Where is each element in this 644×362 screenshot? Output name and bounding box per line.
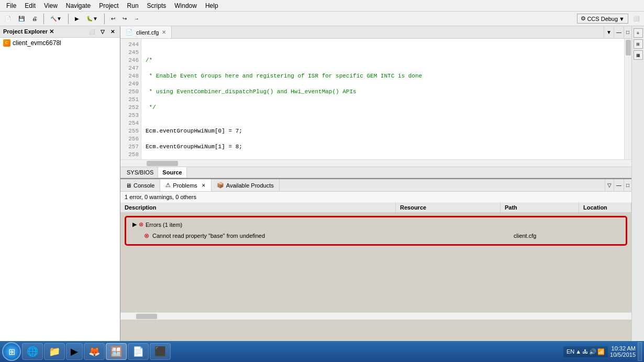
toolbar-sep-2 (68, 14, 69, 24)
code-content[interactable]: /* * Enable Event Groups here and regist… (141, 39, 624, 159)
bug-button[interactable]: 🐛▼ (84, 14, 101, 23)
code-line-245: /* (146, 57, 620, 64)
taskbar-ie[interactable]: 🌐 (22, 343, 43, 360)
clock[interactable]: 10:32 AM 10/5/2015 (610, 345, 636, 358)
view-menu-btn[interactable]: ▽ (605, 179, 614, 191)
ccs-icon: ⚙ (581, 15, 586, 22)
save-button[interactable]: 💾 (16, 14, 27, 23)
source-tab[interactable]: Source (158, 167, 186, 178)
taskbar-firefox[interactable]: 🦊 (84, 343, 105, 360)
problems-highlight-box: ▶ ⊗ Errors (1 item) ⊗ Cannot read proper… (125, 216, 627, 246)
bottom-tab-bar: 🖥 Console ⚠ Problems ✕ 📦 Available Produ… (120, 179, 631, 192)
taskbar-pdf[interactable]: 📄 (128, 343, 149, 360)
menu-scripts[interactable]: Scripts (143, 1, 171, 10)
error-group-header[interactable]: ▶ ⊗ Errors (1 item) (128, 220, 624, 229)
problems-tab[interactable]: ⚠ Problems ✕ (160, 179, 211, 191)
editor-tab-file-icon: 📄 (126, 29, 133, 36)
toolbar-sep-3 (104, 14, 105, 24)
panel-title-icons: ⬜ ▽ ✕ (86, 28, 117, 36)
toolbar-right: ⚙ CCS Debug ▼ ⬜ (577, 14, 642, 24)
taskbar-explorer[interactable]: 📁 (44, 343, 65, 360)
console-tab[interactable]: 🖥 Console (120, 179, 160, 191)
debug-button[interactable]: ▶ (72, 14, 82, 23)
sysbios-tab[interactable]: SYS/BIOS (123, 167, 158, 178)
console-tab-label: Console (134, 182, 154, 189)
menu-help[interactable]: Help (201, 1, 223, 10)
undo-button[interactable]: ↩ (108, 14, 118, 23)
problems-body: ▶ ⊗ Errors (1 item) ⊗ Cannot read proper… (120, 213, 631, 312)
toolbar: 📄 💾 🖨 🔨▼ ▶ 🐛▼ ↩ ↪ → ⚙ CCS Debug ▼ ⬜ (0, 12, 644, 26)
taskbar: ⊞ 🌐 📁 ▶ 🦊 🪟 📄 ⬛ EN ▲ 🖧 🔊 📶 10:32 AM 10/5… (0, 341, 644, 362)
code-line-252: Ecm.eventGroupHwiNum[2] = 9; (146, 159, 620, 159)
menu-bar: File Edit View Navigate Project Run Scri… (0, 0, 644, 12)
show-desktop-btn[interactable] (638, 342, 642, 361)
maximize-editor-btn[interactable]: □ (624, 26, 631, 38)
menu-edit[interactable]: Edit (20, 1, 40, 10)
menu-file[interactable]: File (2, 1, 20, 10)
taskbar-media[interactable]: ▶ (66, 343, 83, 360)
menu-project[interactable]: Project (95, 1, 123, 10)
horizontal-scrollbar[interactable] (120, 159, 631, 167)
error-item-0[interactable]: ⊗ Cannot read property "base" from undef… (128, 229, 624, 242)
menu-window[interactable]: Window (170, 1, 201, 10)
maximize-button[interactable]: ⬜ (630, 14, 642, 23)
maximize-panel-btn[interactable]: □ (624, 179, 631, 191)
editor-tab-cfg[interactable]: 📄 client.cfg ✕ (120, 26, 172, 38)
ccs-debug-button[interactable]: ⚙ CCS Debug ▼ (577, 14, 628, 24)
tab-right-btn[interactable]: ▼ (604, 26, 614, 38)
problems-close[interactable]: ✕ (202, 183, 206, 188)
collapse-btn[interactable]: ⬜ (86, 28, 97, 36)
right-sidebar: ≡ ⊞ ▦ (631, 26, 644, 352)
menu-navigate[interactable]: Navigate (62, 1, 95, 10)
signal-icon: 📶 (597, 348, 605, 355)
ie-icon: 🌐 (27, 346, 38, 357)
bottom-h-scrollbar-thumb[interactable] (136, 314, 157, 319)
h-scrollbar-thumb[interactable] (147, 161, 178, 166)
problems-panel: 1 error, 0 warnings, 0 others Descriptio… (120, 192, 631, 312)
sidebar-right-btn-3[interactable]: ▦ (634, 50, 643, 60)
line-numbers: 244 245 246 247 248 249 250 251 252 253 … (120, 39, 141, 159)
time-display: 10:32 AM (610, 345, 636, 352)
products-tab-label: Available Products (226, 182, 274, 189)
menu-view[interactable]: View (40, 1, 62, 10)
bottom-h-scrollbar[interactable] (120, 312, 631, 320)
error-item-icon: ⊗ (144, 232, 149, 239)
expand-icon: ▶ (132, 221, 137, 228)
print-button[interactable]: 🖨 (29, 14, 40, 23)
taskbar-app7[interactable]: ⬛ (150, 343, 171, 360)
date-display: 10/5/2015 (610, 352, 636, 358)
network-icon: 🖧 (582, 348, 588, 355)
bottom-right-buttons: ▽ — □ (605, 179, 631, 191)
taskbar-right: EN ▲ 🖧 🔊 📶 10:32 AM 10/5/2015 (563, 342, 642, 361)
sidebar-right-btn-1[interactable]: ≡ (634, 28, 643, 38)
problems-summary: 1 error, 0 warnings, 0 others (120, 192, 631, 203)
code-line-247: * using EventCombiner_dispatchPlug() and… (146, 88, 620, 96)
new-button[interactable]: 📄 (2, 14, 14, 23)
scrollbar-thumb[interactable] (626, 40, 631, 56)
minimize-btn[interactable]: ▽ (98, 28, 107, 36)
build-button[interactable]: 🔨▼ (48, 14, 64, 23)
code-editor[interactable]: 244 245 246 247 248 249 250 251 252 253 … (120, 39, 631, 159)
pdf-icon: 📄 (132, 346, 144, 357)
project-tree-item[interactable]: C client_evmc6678l (0, 38, 120, 48)
close-btn[interactable]: ✕ (108, 28, 117, 36)
editor-tab-close[interactable]: ✕ (162, 29, 166, 35)
bottom-panel: 🖥 Console ⚠ Problems ✕ 📦 Available Produ… (120, 178, 631, 320)
sidebar-right-btn-2[interactable]: ⊞ (634, 39, 643, 49)
path-header: Path (501, 203, 579, 212)
menu-run[interactable]: Run (123, 1, 143, 10)
start-button[interactable]: ⊞ (2, 342, 21, 361)
forward-button[interactable]: → (131, 14, 142, 23)
redo-button[interactable]: ↪ (120, 14, 129, 23)
content-area: ≡ ⊞ ▦ Project Explorer ✕ ⬜ ▽ ✕ C client_… (0, 26, 644, 352)
minimize-editor-btn[interactable]: — (614, 26, 624, 38)
code-line-246: * Enable Event Groups here and registeri… (146, 72, 620, 80)
vertical-scrollbar[interactable] (624, 39, 631, 159)
project-explorer: Project Explorer ✕ ⬜ ▽ ✕ C client_evmc66… (0, 26, 120, 352)
minimize-panel-btn[interactable]: — (614, 179, 624, 191)
problems-icon: ⚠ (165, 182, 171, 189)
taskbar-ccs[interactable]: 🪟 (106, 343, 127, 360)
location-header: Location (579, 203, 631, 212)
available-products-tab[interactable]: 📦 Available Products (212, 179, 280, 191)
console-icon: 🖥 (126, 182, 131, 189)
